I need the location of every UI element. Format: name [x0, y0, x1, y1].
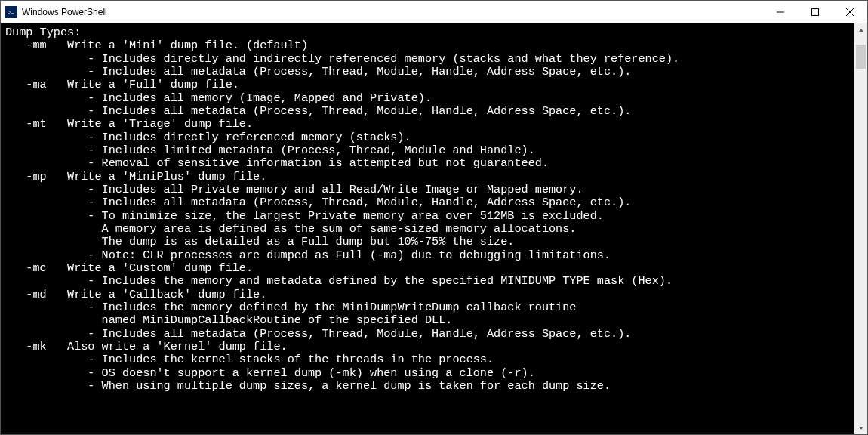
dump-types-header: Dump Types:	[5, 26, 850, 39]
option-detail-line: - Includes the memory and metadata defin…	[5, 275, 850, 288]
option-description: Write a 'Mini' dump file. (default)	[67, 39, 308, 52]
option-detail-line: - To minimize size, the largest Private …	[5, 210, 850, 223]
option-detail-line: - Includes the kernel stacks of the thre…	[5, 353, 850, 366]
option-description: Write a 'Callback' dump file.	[67, 288, 266, 301]
option-detail-line: - Note: CLR processes are dumped as Full…	[5, 249, 850, 262]
option-detail-line: - Removal of sensitive information is at…	[5, 157, 850, 170]
option-flag: -mp	[5, 171, 67, 184]
svg-text:>: >	[8, 9, 12, 16]
option-detail-line: - When using multiple dump sizes, a kern…	[5, 380, 850, 393]
option-detail-line: - Includes all metadata (Process, Thread…	[5, 196, 850, 209]
window-title: Windows PowerShell	[22, 7, 763, 17]
option-detail-line: - Includes limited metadata (Process, Th…	[5, 144, 850, 157]
dump-option: -mcWrite a 'Custom' dump file.	[5, 262, 850, 275]
option-flag: -md	[5, 288, 67, 301]
option-detail-line: - Includes directly referenced memory (s…	[5, 131, 850, 144]
option-detail-line: - Includes the memory defined by the Min…	[5, 301, 850, 314]
console-output[interactable]: Dump Types:-mmWrite a 'Mini' dump file. …	[1, 23, 854, 434]
option-detail-line: - Includes all memory (Image, Mapped and…	[5, 92, 850, 105]
option-detail-line: named MiniDumpCallbackRoutine of the spe…	[5, 314, 850, 327]
svg-rect-1	[11, 13, 14, 14]
option-detail-line: - Includes all Private memory and all Re…	[5, 184, 850, 196]
option-detail-line: The dump is as detailed as a Full dump b…	[5, 236, 850, 248]
scroll-up-button[interactable]	[854, 23, 867, 36]
option-detail-line: A memory area is defined as the sum of s…	[5, 223, 850, 236]
vertical-scrollbar[interactable]	[854, 23, 867, 434]
option-flag: -mt	[5, 118, 67, 131]
option-description: Write a 'Custom' dump file.	[67, 262, 253, 275]
maximize-button[interactable]	[798, 1, 833, 23]
dump-option: -mmWrite a 'Mini' dump file. (default)	[5, 39, 850, 52]
option-detail-line: - OS doesn't support a kernel dump (-mk)…	[5, 367, 850, 380]
powershell-window: > Windows PowerShell Dump Types:-mmWrite…	[0, 0, 868, 435]
scrollbar-thumb[interactable]	[856, 45, 866, 69]
dump-option: -mpWrite a 'MiniPlus' dump file.	[5, 171, 850, 184]
svg-rect-3	[812, 8, 819, 15]
svg-marker-6	[859, 29, 863, 32]
titlebar[interactable]: > Windows PowerShell	[1, 1, 867, 23]
option-flag: -mm	[5, 39, 67, 52]
dump-option: -maWrite a 'Full' dump file.	[5, 79, 850, 91]
console-area: Dump Types:-mmWrite a 'Mini' dump file. …	[1, 23, 867, 434]
option-flag: -mk	[5, 341, 67, 353]
option-description: Write a 'Full' dump file.	[67, 79, 239, 91]
scroll-down-button[interactable]	[854, 421, 867, 434]
svg-marker-7	[859, 427, 863, 430]
window-controls	[763, 1, 867, 23]
option-description: Write a 'MiniPlus' dump file.	[67, 171, 266, 184]
option-detail-line: - Includes all metadata (Process, Thread…	[5, 105, 850, 118]
option-description: Write a 'Triage' dump file.	[67, 118, 253, 131]
option-detail-line: - Includes all metadata (Process, Thread…	[5, 66, 850, 79]
option-flag: -ma	[5, 79, 67, 91]
dump-option: -mdWrite a 'Callback' dump file.	[5, 288, 850, 301]
option-detail-line: - Includes all metadata (Process, Thread…	[5, 328, 850, 341]
close-button[interactable]	[833, 1, 867, 23]
option-detail-line: - Includes directly and indirectly refer…	[5, 53, 850, 66]
powershell-icon: >	[5, 6, 17, 18]
option-flag: -mc	[5, 262, 67, 275]
dump-option: -mtWrite a 'Triage' dump file.	[5, 118, 850, 131]
minimize-button[interactable]	[763, 1, 798, 23]
option-description: Also write a 'Kernel' dump file.	[67, 341, 288, 353]
dump-option: -mkAlso write a 'Kernel' dump file.	[5, 341, 850, 353]
